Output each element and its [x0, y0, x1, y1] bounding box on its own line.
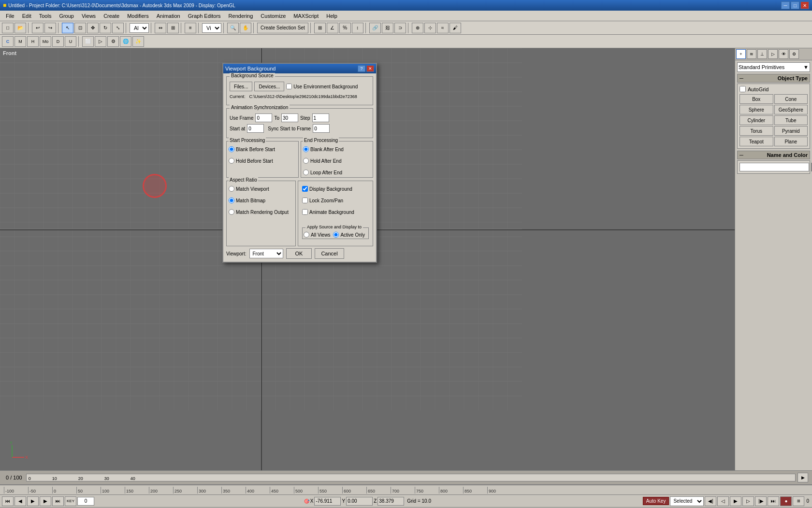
devices-button[interactable]: Devices... — [254, 82, 284, 91]
align-button[interactable]: ⊞ — [167, 23, 179, 33]
menu-group[interactable]: Group — [55, 12, 78, 20]
paint-button[interactable]: 🖌 — [450, 23, 461, 33]
minimize-button[interactable]: ─ — [781, 1, 790, 9]
motion-tab[interactable]: ▷ — [768, 49, 778, 59]
select-button[interactable]: ↖ — [62, 23, 73, 33]
cancel-button[interactable]: Cancel — [315, 248, 344, 259]
key-right-button[interactable]: |▶ — [755, 496, 767, 506]
bind-button[interactable]: ⊃ — [394, 23, 406, 33]
filter-dropdown[interactable]: All — [130, 23, 149, 33]
dialog-help-button[interactable]: ? — [358, 65, 365, 72]
display-bg-label[interactable]: Display Background — [302, 186, 369, 192]
object-name-input[interactable] — [740, 163, 809, 171]
menu-maxscript[interactable]: MAXScript — [290, 12, 322, 20]
loop-after-end-label[interactable]: Loop After End — [303, 169, 371, 175]
view-dropdown[interactable]: View — [202, 23, 221, 33]
box-button[interactable]: Box — [740, 94, 773, 104]
match-viewport-label[interactable]: Match Viewport — [229, 186, 293, 192]
menu-graph-editors[interactable]: Graph Editors — [184, 12, 225, 20]
auto-key-button[interactable]: Auto Key — [643, 497, 669, 505]
menu-customize[interactable]: Customize — [257, 12, 290, 20]
blank-after-end-radio[interactable] — [303, 146, 309, 152]
match-bitmap-label[interactable]: Match Bitmap — [229, 198, 293, 203]
graph-button[interactable]: ⊹ — [424, 23, 436, 33]
match-viewport-radio[interactable] — [229, 186, 234, 192]
timeline[interactable]: 0 / 100 0 10 20 30 40 ▶ — [0, 470, 812, 485]
hierarchy-tab-btn[interactable]: H — [27, 36, 39, 47]
prev-key-button[interactable]: ◁ — [717, 496, 729, 506]
zoom-button[interactable]: 🔍 — [227, 23, 239, 33]
pyramid-button[interactable]: Pyramid — [774, 126, 808, 136]
autogrid-checkbox[interactable] — [740, 86, 746, 92]
layer-button[interactable]: ≡ — [185, 23, 196, 33]
use-env-bg-checkbox[interactable] — [286, 84, 292, 89]
hold-after-end-radio[interactable] — [303, 158, 309, 164]
render-settings-btn[interactable]: ⚙ — [107, 36, 119, 47]
display-tab-btn[interactable]: D — [52, 36, 64, 47]
selected-dropdown[interactable]: Selected — [670, 496, 704, 506]
lock-zoom-pan-label[interactable]: Lock Zoom/Pan — [302, 198, 369, 203]
close-button[interactable]: ✕ — [800, 1, 809, 9]
use-env-bg-label[interactable]: Use Environment Background — [286, 84, 358, 89]
record-button[interactable]: ● — [780, 496, 792, 506]
active-only-radio[interactable] — [333, 232, 339, 238]
rotate-button[interactable]: ↻ — [100, 23, 111, 33]
render-btn[interactable]: ⬜ — [82, 36, 94, 47]
step-input[interactable] — [312, 113, 329, 122]
display-tab[interactable]: 👁 — [779, 49, 788, 59]
modify-tab-btn[interactable]: M — [14, 36, 26, 47]
new-button[interactable]: □ — [2, 23, 14, 33]
play-button[interactable]: ▶ — [27, 496, 39, 506]
blank-after-end-label[interactable]: Blank After End — [303, 146, 371, 152]
animate-bg-label[interactable]: Animate Background — [302, 209, 369, 215]
spinner-snap-button[interactable]: ↕ — [352, 23, 363, 33]
blank-before-start-label[interactable]: Blank Before Start — [229, 146, 296, 152]
end-frame-button[interactable]: ⏭ — [768, 496, 779, 506]
blank-before-start-radio[interactable] — [229, 146, 234, 152]
undo-button[interactable]: ↩ — [32, 23, 44, 33]
teapot-button[interactable]: Teapot — [740, 137, 773, 146]
tube-button[interactable]: Tube — [774, 115, 808, 125]
loop-after-end-radio[interactable] — [303, 169, 309, 175]
angle-snap-button[interactable]: ∠ — [327, 23, 338, 33]
play-anim-button[interactable]: ▶ — [730, 496, 741, 506]
torus-button[interactable]: Torus — [740, 126, 773, 136]
sphere-button[interactable]: Sphere — [740, 105, 773, 114]
menu-animation[interactable]: Animation — [153, 12, 184, 20]
to-input[interactable] — [281, 113, 298, 122]
unlink-button[interactable]: ⛓ — [382, 23, 393, 33]
percent-snap-button[interactable]: % — [339, 23, 351, 33]
plane-button[interactable]: Plane — [774, 137, 808, 146]
utilities-tab-btn[interactable]: U — [65, 36, 76, 47]
match-rendering-radio[interactable] — [229, 209, 234, 215]
menu-file[interactable]: File — [2, 12, 18, 20]
start-at-input[interactable] — [247, 124, 264, 133]
next-frame-button[interactable]: ▶ — [40, 496, 51, 506]
hold-before-start-label[interactable]: Hold Before Start — [229, 158, 296, 164]
cone-button[interactable]: Cone — [774, 94, 808, 104]
create-tab[interactable]: + — [736, 49, 746, 59]
menu-help[interactable]: Help — [322, 12, 341, 20]
display-bg-checkbox[interactable] — [302, 186, 308, 192]
modify-tab[interactable]: ≋ — [747, 49, 756, 59]
link-button[interactable]: 🔗 — [369, 23, 381, 33]
restore-button[interactable]: □ — [791, 1, 799, 9]
menu-views[interactable]: Views — [78, 12, 100, 20]
key-mode-button[interactable]: KEY — [65, 496, 76, 506]
boolean-button[interactable]: ⊕ — [412, 23, 423, 33]
files-button[interactable]: Files... — [230, 82, 252, 91]
use-frame-input[interactable] — [255, 113, 272, 122]
timeline-track[interactable]: 0 10 20 30 40 — [26, 474, 796, 481]
match-rendering-label[interactable]: Match Rendering Output — [229, 209, 293, 215]
animate-bg-checkbox[interactable] — [302, 209, 308, 215]
match-bitmap-radio[interactable] — [229, 198, 234, 203]
viewport-select[interactable]: Front — [249, 249, 283, 258]
pan-button[interactable]: ✋ — [240, 23, 251, 33]
snap-keys-button[interactable]: ⊞ — [793, 496, 804, 506]
all-views-label[interactable]: All Views — [304, 232, 330, 238]
geosphere-button[interactable]: GeoSphere — [774, 105, 808, 114]
menu-tools[interactable]: Tools — [35, 12, 56, 20]
prev-frame-button[interactable]: ◀ — [14, 496, 26, 506]
redo-button[interactable]: ↪ — [44, 23, 56, 33]
lock-zoom-pan-checkbox[interactable] — [302, 198, 308, 203]
